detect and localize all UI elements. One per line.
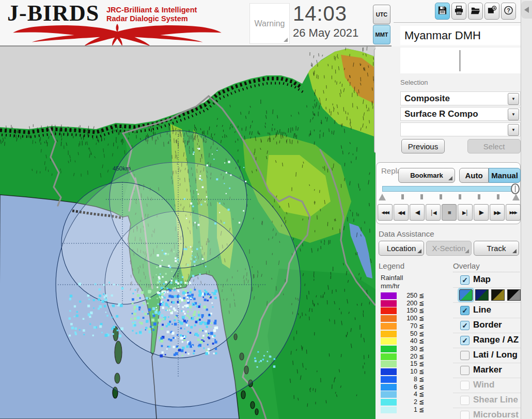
- map-style-row: [453, 288, 521, 303]
- legend-color-swatch: [381, 331, 397, 337]
- timezone-utc-button[interactable]: UTC: [373, 5, 390, 24]
- warning-corner-fold-icon: [284, 38, 288, 42]
- timeline-tick: [459, 194, 461, 199]
- app-logo-subtitle: JRC-Brilliant & Intelligent Radar Dialog…: [106, 5, 197, 23]
- legend-item: 15≦: [381, 361, 432, 368]
- warning-selector[interactable]: Warning: [249, 3, 290, 44]
- legend-item: 2≦: [381, 399, 432, 406]
- timeline-tick: [420, 194, 423, 199]
- play-button[interactable]: ▶: [474, 204, 489, 221]
- chevron-down-icon[interactable]: ▼: [508, 93, 519, 105]
- map-style-color-swatch[interactable]: [459, 289, 473, 301]
- location-button[interactable]: Location: [379, 241, 424, 256]
- legend-color-swatch: [381, 384, 397, 391]
- legend-item: 100≦: [381, 315, 432, 322]
- rewind-button[interactable]: ◀◀: [394, 204, 409, 221]
- legend-item: 6≦: [381, 384, 432, 391]
- overlay-section-label: Overlay: [453, 261, 480, 270]
- corner-fold-icon: [512, 249, 517, 253]
- legend-color-swatch: [381, 368, 397, 375]
- svg-text:?: ?: [507, 7, 510, 13]
- legend-color-swatch: [381, 338, 397, 345]
- chevron-down-icon[interactable]: ▼: [508, 108, 519, 120]
- legend-color-swatch: [381, 315, 397, 322]
- marker-checkbox[interactable]: [460, 366, 470, 375]
- track-button[interactable]: Track: [474, 241, 519, 256]
- range-az-checkbox[interactable]: ✓: [460, 336, 470, 345]
- bookmark-button[interactable]: Bookmark: [398, 168, 455, 183]
- overlay-row-marker: Marker: [453, 363, 521, 378]
- overlay-row-wind: Wind: [453, 378, 521, 393]
- panel-collapse-strip: [521, 0, 532, 419]
- lati-long-checkbox[interactable]: [460, 351, 470, 360]
- map-checkbox[interactable]: ✓: [460, 275, 470, 285]
- step-forward-button[interactable]: ▶│: [458, 204, 473, 221]
- timeline-end-marker[interactable]: [512, 194, 520, 200]
- open-folder-button[interactable]: [468, 3, 483, 20]
- wind-checkbox[interactable]: [460, 381, 470, 390]
- previous-button[interactable]: Previous: [401, 139, 445, 153]
- jbirds-application-window: J-BIRDS JRC-Brilliant & Intelligent Rada…: [0, 0, 532, 419]
- line-checkbox[interactable]: ✓: [460, 306, 470, 315]
- replay-timeline-thumb[interactable]: [511, 183, 520, 194]
- replay-group: Replay Bookmark Auto Manual ◀◀◀◀◀◀│◀■▶│▶…: [376, 162, 521, 224]
- map-style-dark-swatch[interactable]: [475, 289, 489, 301]
- auto-mode-button[interactable]: Auto: [459, 168, 489, 183]
- chevron-down-icon[interactable]: ▼: [508, 124, 519, 136]
- range-ring-label: 450km: [113, 165, 131, 172]
- timeline-tick: [478, 194, 480, 199]
- play-back-button[interactable]: ◀: [410, 204, 425, 221]
- timezone-mmt-button[interactable]: MMT: [373, 25, 390, 44]
- map-style-olive-swatch[interactable]: [491, 289, 505, 301]
- legend-color-swatch: [381, 353, 397, 360]
- overlay-row-microburst: Microburst: [453, 408, 521, 419]
- forward-fast-button[interactable]: ▶▶▶: [506, 204, 521, 221]
- save-icon: [437, 5, 447, 18]
- selection-dropdown-3[interactable]: ▼: [400, 122, 521, 136]
- border-checkbox[interactable]: ✓: [460, 321, 470, 330]
- selection-dropdown-2[interactable]: Surface R Compo ▼: [400, 107, 521, 121]
- legend-item: 4≦: [381, 391, 432, 398]
- selection-dropdown-1[interactable]: Composite ▼: [400, 91, 521, 105]
- corner-fold-icon: [448, 176, 452, 180]
- toolbar: ?: [435, 3, 516, 20]
- rewind-fast-button[interactable]: ◀◀◀: [378, 204, 393, 221]
- panel-collapse-button[interactable]: [521, 1, 532, 19]
- map-style-gray-swatch[interactable]: [507, 289, 521, 301]
- select-button[interactable]: Select: [467, 139, 521, 153]
- app-logo-title: J-BIRDS: [7, 0, 99, 26]
- forward-button[interactable]: ▶▶: [490, 204, 505, 221]
- info-field[interactable]: [400, 48, 521, 73]
- overlay-divider: [453, 272, 520, 272]
- shear-line-checkbox[interactable]: [460, 396, 470, 405]
- radar-map[interactable]: 450km: [0, 46, 375, 419]
- legend-item: 10≦: [381, 368, 432, 376]
- overlay-row-line: ✓Line: [453, 303, 521, 318]
- timeline-tick: [497, 194, 499, 199]
- legend-color-swatch: [381, 307, 397, 314]
- legend-item: 70≦: [381, 323, 432, 330]
- print-button[interactable]: [451, 3, 466, 20]
- manual-mode-button[interactable]: Manual: [489, 168, 521, 183]
- legend-units: mm/hr: [381, 282, 400, 290]
- save-button[interactable]: [435, 3, 450, 20]
- x-section-button[interactable]: X-Section: [426, 241, 472, 256]
- playback-controls: ◀◀◀◀◀◀│◀■▶│▶▶▶▶▶▶: [378, 204, 521, 221]
- overlay-row-lati-long: Lati / Long: [453, 348, 521, 363]
- help-button[interactable]: ?: [501, 3, 516, 20]
- legend-color-swatch: [381, 300, 397, 307]
- stop-button[interactable]: ■: [442, 204, 457, 221]
- replay-timeline-track[interactable]: [382, 186, 515, 192]
- legend-title: Rainfall: [381, 274, 403, 282]
- data-assistance-label: Data Assistance: [379, 229, 434, 238]
- clock-time: 14:03: [293, 2, 347, 25]
- legend-item: 50≦: [381, 331, 432, 338]
- legend-color-swatch: [381, 399, 397, 406]
- microburst-checkbox[interactable]: [460, 411, 470, 419]
- timeline-tick: [440, 194, 442, 199]
- timeline-start-marker[interactable]: [379, 194, 386, 200]
- panel-divider-line: [394, 22, 521, 23]
- legend-item: 40≦: [381, 338, 432, 345]
- snapshot-button[interactable]: [484, 3, 499, 20]
- step-back-button[interactable]: │◀: [426, 204, 441, 221]
